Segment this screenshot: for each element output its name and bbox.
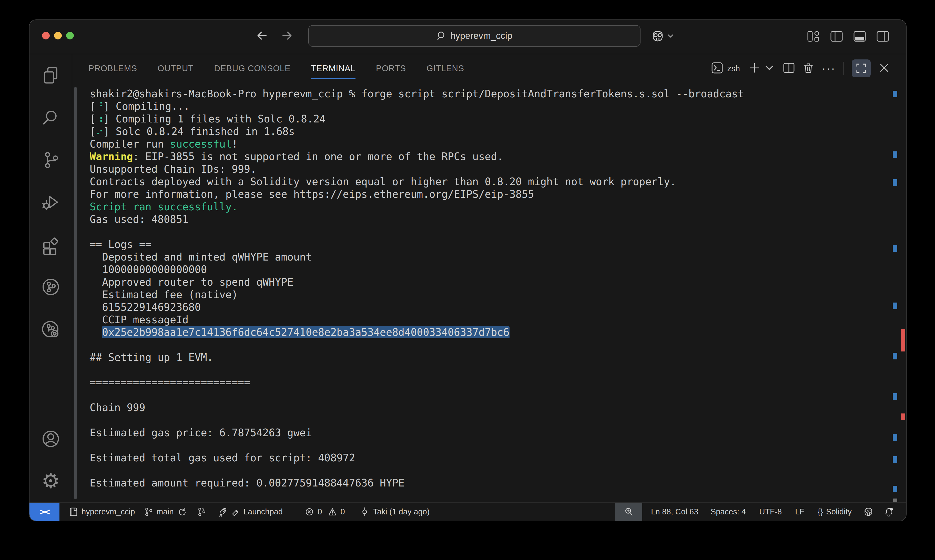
search-value: hyperevm_ccip — [450, 31, 512, 41]
terminal-line: 0x25e2b998aa1e7c14136f6dc64c527410e8e2ba… — [90, 326, 883, 338]
branch-label: main — [156, 507, 174, 517]
toggle-primary-sidebar-icon[interactable] — [830, 31, 843, 43]
statusbar-encoding[interactable]: UTF-8 — [759, 507, 782, 517]
terminal-line: Warning: EIP-3855 is not supported in on… — [90, 150, 883, 163]
warning-count: 0 — [340, 507, 345, 517]
statusbar-branch[interactable]: main — [143, 507, 186, 517]
terminal-line: shakir2@shakirs-MacBook-Pro hyperevm_cci… — [90, 88, 883, 100]
activitybar-item-source-control[interactable] — [29, 139, 72, 181]
new-terminal-icon[interactable] — [749, 62, 761, 75]
forward-arrow-icon[interactable] — [281, 29, 294, 43]
statusbar-launchpad[interactable]: Launchpad — [218, 507, 283, 517]
terminal-icon — [711, 62, 723, 75]
activitybar-item-extensions[interactable] — [29, 223, 72, 266]
panel-tab-output[interactable]: OUTPUT — [158, 54, 194, 83]
customize-layout-icon[interactable] — [807, 31, 820, 43]
statusbar-notifications[interactable] — [884, 507, 894, 517]
panel-header: PROBLEMSOUTPUTDEBUG CONSOLETERMINALPORTS… — [72, 54, 906, 83]
activitybar-item-run-and-debug[interactable] — [29, 181, 72, 223]
panel-tab-gitlens[interactable]: GITLENS — [427, 54, 464, 83]
source-control-icon — [41, 150, 61, 170]
status-bar: >< hyperevm_ccip main — [29, 502, 906, 521]
activitybar-item-explorer[interactable] — [29, 54, 72, 97]
launchpad-secondary-icon — [231, 507, 240, 517]
ruler-mark — [893, 151, 897, 158]
kill-terminal-trash-icon[interactable] — [803, 62, 814, 75]
statusbar-commit[interactable]: Taki (1 day ago) — [360, 507, 430, 517]
statusbar-repo[interactable]: hyperevm_ccip — [69, 507, 135, 517]
statusbar-commit-graph[interactable] — [197, 507, 206, 517]
ruler-mark — [893, 303, 897, 309]
terminal-line: Approved router to spend qWHYPE — [90, 276, 883, 288]
close-panel-icon[interactable] — [878, 62, 890, 75]
terminal-line: Script ran successfully. — [90, 201, 883, 213]
statusbar-zoom[interactable] — [615, 503, 642, 521]
command-center-search[interactable]: hyperevm_ccip — [308, 25, 641, 47]
copilot-menu[interactable] — [651, 30, 674, 42]
terminal-line: Estimated total gas used for script: 408… — [90, 452, 883, 464]
terminal-output: shakir2@shakirs-MacBook-Pro hyperevm_cci… — [90, 88, 883, 489]
git-branch-icon — [143, 507, 153, 517]
traffic-light-minimize[interactable] — [54, 32, 62, 40]
activitybar-item-gitlens-inspect[interactable] — [29, 308, 72, 350]
terminal-line: [⠰] Compiling 1 files with Solc 0.8.24 — [90, 113, 883, 125]
activitybar-item-search[interactable] — [29, 97, 72, 139]
panel-tab-ports[interactable]: PORTS — [376, 54, 406, 83]
toggle-panel-icon[interactable] — [853, 31, 866, 43]
terminal-line: Chain 999 — [90, 402, 883, 414]
terminal-line: == Logs == — [90, 238, 883, 251]
panel-tab-terminal[interactable]: TERMINAL — [311, 54, 356, 83]
commit-graph-icon — [197, 507, 206, 517]
bell-icon — [884, 507, 894, 517]
statusbar-line-col[interactable]: Ln 88, Col 63 — [651, 507, 698, 517]
traffic-light-zoom[interactable] — [66, 32, 74, 40]
more-actions-icon[interactable]: ··· — [822, 62, 836, 75]
toggle-secondary-sidebar-icon[interactable] — [876, 31, 889, 43]
commit-icon — [360, 507, 370, 517]
panel-tab-problems[interactable]: PROBLEMS — [88, 54, 137, 83]
back-arrow-icon[interactable] — [255, 29, 268, 43]
terminal-pane[interactable]: shakir2@shakirs-MacBook-Pro hyperevm_cci… — [72, 83, 906, 502]
terminal-line: [⠔] Solc 0.8.24 finished in 1.68s — [90, 125, 883, 138]
terminal-line: CCIP messageId — [90, 314, 883, 326]
launchpad-label: Launchpad — [243, 507, 283, 517]
braces-icon: {} — [818, 507, 823, 517]
terminal-line — [90, 464, 883, 477]
statusbar-indentation[interactable]: Spaces: 4 — [710, 507, 746, 517]
statusbar-language[interactable]: {} Solidity — [818, 507, 852, 517]
terminal-line: For more information, please see https:/… — [90, 188, 883, 201]
sync-icon — [177, 507, 186, 517]
remote-indicator[interactable]: >< — [29, 503, 60, 521]
shell-label[interactable]: zsh — [727, 64, 740, 73]
activity-bar: ⚙ — [29, 54, 72, 502]
rocket-icon — [218, 507, 228, 517]
terminal-line: ========================== — [90, 376, 883, 389]
ruler-mark — [893, 498, 897, 502]
gitlens-icon — [41, 277, 61, 297]
activitybar-item-gitlens[interactable] — [29, 266, 72, 308]
ruler-mark — [901, 329, 905, 351]
terminal-line — [90, 439, 883, 452]
repo-icon — [69, 507, 79, 517]
terminal-dropdown-chevron-icon[interactable] — [764, 62, 775, 75]
statusbar-eol[interactable]: LF — [795, 507, 804, 517]
explorer-icon — [41, 66, 61, 86]
statusbar-problems[interactable]: 0 0 — [305, 507, 345, 517]
overview-ruler — [886, 83, 906, 502]
settings-icon: ⚙ — [42, 471, 60, 491]
chevron-down-icon — [667, 34, 674, 39]
search-icon — [41, 108, 61, 128]
activitybar-item-settings[interactable]: ⚙ — [29, 460, 72, 502]
terminal-line: ## Setting up 1 EVM. — [90, 351, 883, 364]
panel-tab-debug-console[interactable]: DEBUG CONSOLE — [214, 54, 290, 83]
terminal-line: Estimated amount required: 0.00277591488… — [90, 477, 883, 489]
maximize-panel-button[interactable] — [852, 59, 871, 77]
ruler-mark — [893, 179, 897, 186]
statusbar-copilot[interactable] — [864, 507, 873, 517]
terminal-line: Contracts deployed with a Solidity versi… — [90, 175, 883, 188]
traffic-light-close[interactable] — [42, 32, 50, 40]
activitybar-item-accounts[interactable] — [29, 418, 72, 460]
terminal-line: Estimated gas price: 6.78754263 gwei — [90, 426, 883, 439]
split-terminal-icon[interactable] — [783, 62, 795, 75]
panel-scrollbar-handle[interactable] — [74, 87, 77, 499]
